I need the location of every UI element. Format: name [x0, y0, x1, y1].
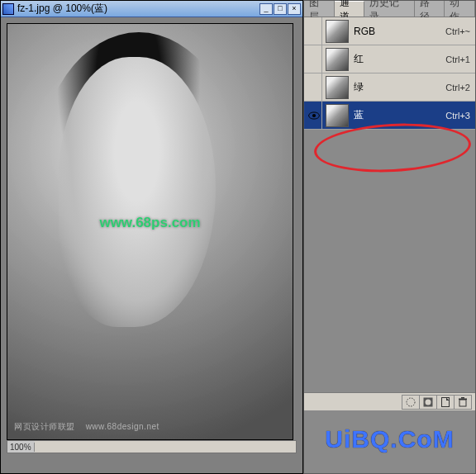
channel-row-rgb[interactable]: RGB Ctrl+~	[304, 17, 475, 45]
watermark-center: www.68ps.com	[99, 215, 200, 231]
titlebar-title: fz-1.jpg @ 100%(蓝)	[17, 2, 259, 16]
svg-rect-8	[461, 397, 464, 399]
close-button[interactable]: ×	[288, 3, 301, 15]
horizontal-scrollbar[interactable]	[35, 441, 296, 453]
save-selection-as-channel-button[interactable]	[419, 395, 437, 410]
channel-thumb	[326, 104, 349, 127]
app-icon	[2, 3, 14, 15]
window-controls: _ □ ×	[259, 3, 301, 15]
tab-channels[interactable]: 通道	[335, 1, 365, 17]
watermark-bottom-text: 网页设计师联盟	[14, 422, 75, 431]
visibility-toggle[interactable]	[306, 17, 322, 45]
channel-label: 蓝	[354, 108, 445, 122]
channel-thumb	[326, 20, 349, 43]
channel-thumb	[326, 76, 349, 99]
channel-label: RGB	[354, 26, 445, 37]
zoom-readout[interactable]: 100%	[7, 443, 35, 452]
visibility-toggle[interactable]	[306, 45, 322, 73]
canvas-area: www.68ps.com 网页设计师联盟 www.68design.net 10…	[1, 17, 302, 473]
channel-thumb	[326, 48, 349, 71]
document-statusbar: 100%	[7, 440, 297, 453]
load-channel-as-selection-button[interactable]	[402, 395, 420, 410]
channel-row-green[interactable]: 绿 Ctrl+2	[304, 73, 475, 102]
eye-icon	[308, 111, 320, 120]
channel-shortcut: Ctrl+2	[445, 83, 470, 92]
mask-icon	[422, 396, 434, 408]
visibility-toggle[interactable]	[306, 102, 322, 129]
tab-history[interactable]: 历史记录	[364, 1, 414, 17]
panel-empty-area: UiBQ.CoM	[304, 130, 475, 473]
trash-icon	[457, 396, 469, 408]
svg-rect-6	[459, 400, 466, 406]
channel-list: RGB Ctrl+~ 红 Ctrl+1 绿 Ctrl+2 蓝	[304, 17, 475, 130]
channel-row-blue[interactable]: 蓝 Ctrl+3	[304, 102, 475, 130]
visibility-toggle[interactable]	[306, 73, 322, 101]
watermark-bottom: 网页设计师联盟 www.68design.net	[14, 421, 159, 433]
channel-toolbar	[304, 392, 475, 410]
panels-dock: 图层 通道 历史记录 路径 动作 RGB Ctrl+~ 红 Ctrl+1 绿 C…	[303, 0, 476, 474]
svg-rect-5	[442, 397, 450, 406]
tab-paths[interactable]: 路径	[415, 1, 445, 17]
svg-rect-7	[459, 398, 467, 400]
tab-actions[interactable]: 动作	[445, 1, 475, 17]
image-viewport[interactable]: www.68ps.com 网页设计师联盟 www.68design.net	[7, 23, 293, 440]
titlebar[interactable]: fz-1.jpg @ 100%(蓝) _ □ ×	[1, 1, 302, 17]
svg-point-2	[407, 398, 415, 406]
maximize-button[interactable]: □	[274, 3, 287, 15]
channel-shortcut: Ctrl+3	[445, 111, 470, 121]
channel-shortcut: Ctrl+1	[445, 55, 470, 64]
watermark-bottom-url: www.68design.net	[86, 422, 159, 431]
panel-tabs: 图层 通道 历史记录 路径 动作	[304, 1, 475, 17]
tab-layers[interactable]: 图层	[304, 1, 335, 17]
channel-row-red[interactable]: 红 Ctrl+1	[304, 45, 475, 73]
new-channel-button[interactable]	[436, 395, 455, 410]
channel-shortcut: Ctrl+~	[445, 26, 470, 36]
svg-point-1	[312, 113, 315, 116]
document-window: fz-1.jpg @ 100%(蓝) _ □ × www.68ps.com 网页…	[0, 0, 303, 474]
svg-point-4	[426, 399, 431, 405]
minimize-button[interactable]: _	[259, 3, 273, 15]
channel-label: 绿	[354, 80, 445, 94]
new-page-icon	[440, 396, 451, 408]
dotted-circle-icon	[405, 396, 416, 408]
channel-label: 红	[354, 52, 445, 66]
page-watermark: UiBQ.CoM	[304, 410, 475, 473]
delete-channel-button[interactable]	[454, 395, 472, 410]
